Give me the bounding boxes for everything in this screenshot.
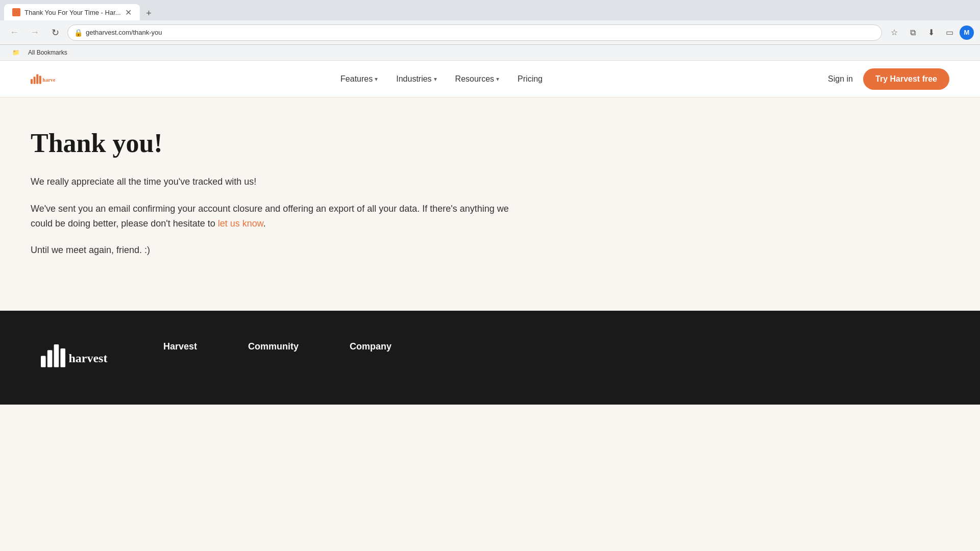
footer-column-community: Community bbox=[248, 341, 299, 374]
let-us-know-link[interactable]: let us know bbox=[218, 218, 263, 229]
svg-rect-2 bbox=[36, 74, 38, 84]
forward-button[interactable]: → bbox=[27, 24, 43, 41]
tab-title: Thank You For Your Time - Har... bbox=[24, 9, 121, 16]
lock-icon: 🔒 bbox=[74, 29, 83, 37]
nav-logo[interactable]: harvest bbox=[31, 69, 55, 89]
active-tab[interactable]: Thank You For Your Time - Har... ✕ bbox=[4, 4, 140, 20]
nav-actions: Sign in Try Harvest free bbox=[828, 68, 949, 90]
svg-rect-1 bbox=[34, 77, 36, 84]
svg-rect-5 bbox=[41, 356, 46, 367]
paragraph-email-after-link: . bbox=[263, 218, 266, 229]
svg-rect-0 bbox=[31, 79, 33, 84]
toolbar-actions: ☆ ⧉ ⬇ ▭ M bbox=[886, 24, 974, 41]
mirror-button[interactable]: ▭ bbox=[941, 24, 958, 41]
browser-tabs: Thank You For Your Time - Har... ✕ + bbox=[0, 0, 980, 20]
nav-resources[interactable]: Resources ▾ bbox=[455, 74, 499, 84]
resources-chevron: ▾ bbox=[496, 76, 499, 83]
svg-rect-3 bbox=[39, 76, 41, 84]
footer-company-heading: Company bbox=[350, 341, 391, 352]
paragraph-appreciation: We really appreciate all the time you've… bbox=[31, 174, 531, 189]
back-button[interactable]: ← bbox=[6, 24, 22, 41]
thank-you-heading: Thank you! bbox=[31, 128, 531, 158]
footer-logo[interactable]: harvest bbox=[41, 341, 122, 374]
svg-rect-7 bbox=[54, 344, 59, 367]
paragraph-farewell: Until we meet again, friend. :) bbox=[31, 243, 531, 258]
footer: harvest Harvest Community Company bbox=[0, 311, 980, 405]
main-content: Thank you! We really appreciate all the … bbox=[0, 97, 561, 311]
footer-content: harvest Harvest Community Company bbox=[41, 341, 939, 374]
svg-rect-6 bbox=[47, 350, 53, 367]
bookmarks-folder[interactable]: 📁 All Bookmarks bbox=[6, 47, 74, 58]
tab-favicon bbox=[12, 8, 20, 16]
download-button[interactable]: ⬇ bbox=[923, 24, 939, 41]
harvest-logo-svg: harvest bbox=[31, 69, 55, 89]
paragraph-email: We've sent you an email confirming your … bbox=[31, 202, 531, 231]
nav-links: Features ▾ Industries ▾ Resources ▾ Pric… bbox=[340, 74, 543, 84]
reload-button[interactable]: ↻ bbox=[47, 24, 63, 41]
bookmarks-label: All Bookmarks bbox=[25, 48, 70, 57]
new-tab-button[interactable]: + bbox=[142, 6, 156, 20]
svg-text:harvest: harvest bbox=[68, 352, 107, 365]
industries-chevron: ▾ bbox=[434, 76, 437, 83]
nav-features[interactable]: Features ▾ bbox=[340, 74, 378, 84]
svg-rect-8 bbox=[60, 348, 65, 367]
main-nav: harvest Features ▾ Industries ▾ Resource… bbox=[0, 61, 980, 97]
browser-chrome: Thank You For Your Time - Har... ✕ + ← →… bbox=[0, 0, 980, 61]
footer-column-harvest: Harvest bbox=[163, 341, 197, 374]
address-bar[interactable]: 🔒 getharvest.com/thank-you bbox=[67, 24, 882, 41]
tab-close-button[interactable]: ✕ bbox=[125, 8, 132, 17]
try-harvest-free-button[interactable]: Try Harvest free bbox=[863, 68, 949, 90]
nav-industries[interactable]: Industries ▾ bbox=[396, 74, 436, 84]
svg-text:harvest: harvest bbox=[42, 77, 55, 82]
url-text: getharvest.com/thank-you bbox=[86, 29, 162, 36]
folder-icon: 📁 bbox=[9, 48, 23, 57]
nav-pricing[interactable]: Pricing bbox=[518, 74, 543, 84]
bookmarks-bar: 📁 All Bookmarks bbox=[0, 45, 980, 61]
features-chevron: ▾ bbox=[375, 76, 378, 83]
extensions-button[interactable]: ⧉ bbox=[904, 24, 921, 41]
bookmark-star-button[interactable]: ☆ bbox=[886, 24, 902, 41]
paragraph-email-before-link: We've sent you an email confirming your … bbox=[31, 204, 509, 229]
footer-community-heading: Community bbox=[248, 341, 299, 352]
footer-column-company: Company bbox=[350, 341, 391, 374]
footer-harvest-logo: harvest bbox=[41, 341, 122, 372]
sign-in-link[interactable]: Sign in bbox=[828, 74, 853, 84]
browser-toolbar: ← → ↻ 🔒 getharvest.com/thank-you ☆ ⧉ ⬇ ▭… bbox=[0, 20, 980, 45]
page: harvest Features ▾ Industries ▾ Resource… bbox=[0, 61, 980, 405]
user-avatar[interactable]: M bbox=[960, 26, 974, 40]
footer-columns: Harvest Community Company bbox=[163, 341, 391, 374]
footer-harvest-heading: Harvest bbox=[163, 341, 197, 352]
